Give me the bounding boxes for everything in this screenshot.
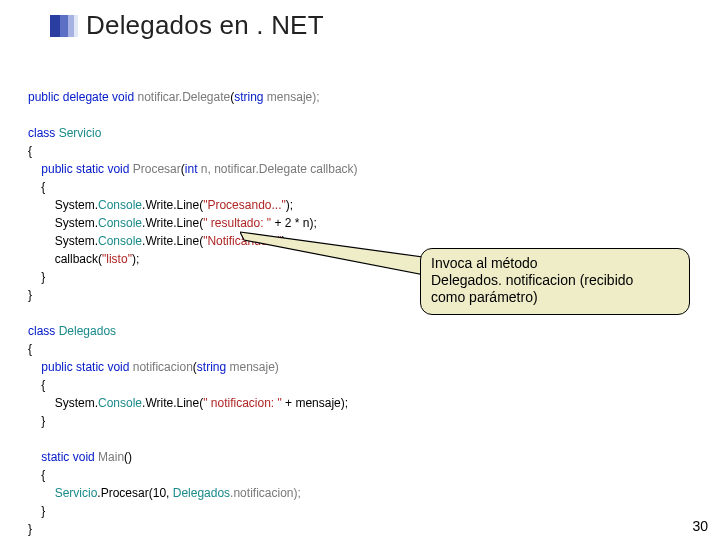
brace-open: { [41, 378, 45, 392]
code-text: .Write.Line( [142, 198, 203, 212]
kw-class: class [28, 126, 55, 140]
string-literal: " notificacion: " [203, 396, 282, 410]
brace-close: } [41, 270, 45, 284]
kw-void: void [107, 360, 129, 374]
param-type: string [197, 360, 226, 374]
param-name: n, [197, 162, 214, 176]
kw-public: public [28, 90, 59, 104]
code-text: .notificacion); [230, 486, 301, 500]
param-type: notificar.Delegate [214, 162, 307, 176]
type-console: Console [98, 234, 142, 248]
param-name: callback) [307, 162, 358, 176]
svg-rect-0 [50, 15, 60, 37]
kw-void: void [107, 162, 129, 176]
page-number: 30 [692, 518, 708, 534]
code-text: System. [55, 198, 98, 212]
method-name: notificacion [133, 360, 193, 374]
param-name: mensaje) [226, 360, 279, 374]
kw-public: public [41, 162, 72, 176]
code-text: .Write.Line( [142, 396, 203, 410]
code-text: System. [55, 234, 98, 248]
string-literal: "listo" [102, 252, 132, 266]
class-name: Delegados [59, 324, 116, 338]
method-name: Main [98, 450, 124, 464]
string-literal: " resultado: " [203, 216, 271, 230]
brace-open: { [28, 144, 32, 158]
code-text: .Write.Line( [142, 216, 203, 230]
kw-static: static [76, 360, 104, 374]
callout-text-line: Delegados. notificacion (recibido [431, 272, 679, 289]
brace-close: } [28, 288, 32, 302]
param-type: string [234, 90, 263, 104]
slide-title-row: Delegados en . NET [50, 10, 324, 41]
kw-public: public [41, 360, 72, 374]
param-type: int [185, 162, 198, 176]
svg-rect-2 [68, 15, 74, 37]
method-name: Procesar [133, 162, 181, 176]
code-text: ); [132, 252, 139, 266]
type-console: Console [98, 198, 142, 212]
param-name: mensaje); [264, 90, 320, 104]
brace-open: { [41, 468, 45, 482]
callout-box: Invoca al método Delegados. notificacion… [420, 248, 690, 315]
kw-delegate: delegate [63, 90, 109, 104]
code-text: ); [282, 234, 289, 248]
brace-open: { [41, 180, 45, 194]
code-text: callback( [55, 252, 102, 266]
delegate-name: notificar.Delegate [137, 90, 230, 104]
brace-close: } [28, 522, 32, 536]
type-console: Console [98, 396, 142, 410]
kw-static: static [76, 162, 104, 176]
type-delegados: Delegados [173, 486, 230, 500]
brace-close: } [41, 504, 45, 518]
class-name: Servicio [59, 126, 102, 140]
kw-class: class [28, 324, 55, 338]
type-console: Console [98, 216, 142, 230]
code-text: System. [55, 396, 98, 410]
code-text: .Write.Line( [142, 234, 203, 248]
string-literal: "Notificando..." [203, 234, 282, 248]
code-text: + mensaje); [282, 396, 348, 410]
callout-text-line: Invoca al método [431, 255, 679, 272]
type-servicio: Servicio [55, 486, 98, 500]
slide-title: Delegados en . NET [86, 10, 324, 41]
brace-open: { [28, 342, 32, 356]
brace-close: } [41, 414, 45, 428]
callout-text-line: como parámetro) [431, 289, 679, 306]
code-text: System. [55, 216, 98, 230]
code-text: .Procesar(10, [97, 486, 172, 500]
code-text: ); [286, 198, 293, 212]
kw-void: void [73, 450, 95, 464]
code-block: public delegate void notificar.Delegate(… [28, 70, 358, 538]
title-accent-icon [50, 15, 78, 37]
kw-static: static [41, 450, 69, 464]
code-text: + 2 * n); [271, 216, 317, 230]
svg-rect-1 [60, 15, 68, 37]
sig: () [124, 450, 132, 464]
kw-void: void [112, 90, 134, 104]
string-literal: "Procesando..." [203, 198, 286, 212]
svg-rect-3 [74, 15, 78, 37]
